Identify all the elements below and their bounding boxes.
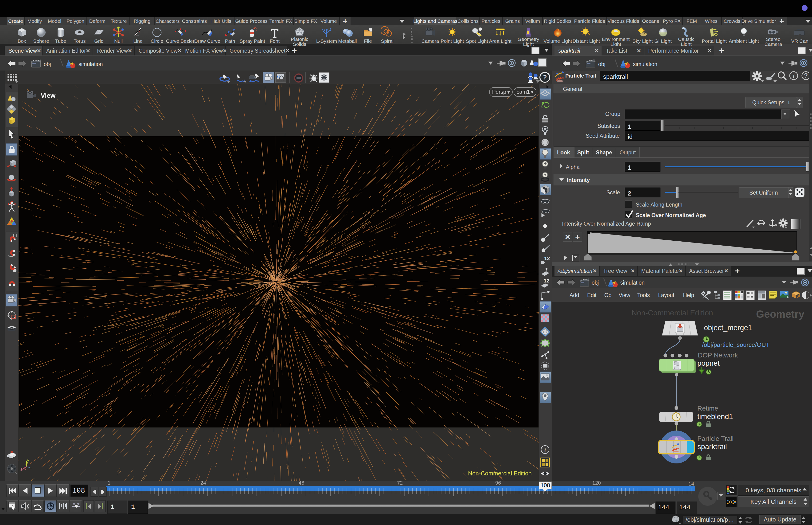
svg-text:?: ?	[543, 74, 547, 81]
svg-text:z: z	[20, 467, 22, 472]
svg-text:i: i	[545, 447, 546, 453]
svg-text:12: 12	[544, 255, 550, 261]
svg-text:12: 12	[544, 278, 549, 284]
svg-text:y: y	[27, 460, 29, 463]
svg-text:i: i	[793, 72, 795, 79]
svg-text:?: ?	[804, 72, 808, 79]
svg-text:x: x	[24, 466, 26, 471]
